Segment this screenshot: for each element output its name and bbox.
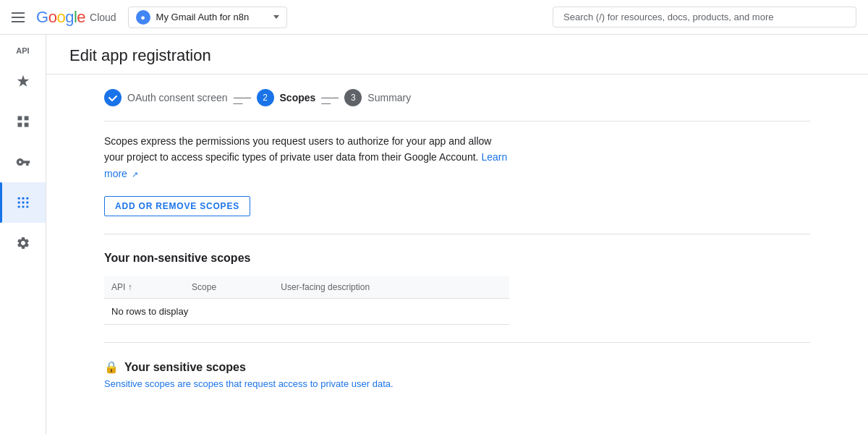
main-layout: API Edit app registration	[0, 35, 868, 434]
svg-rect-3	[24, 123, 28, 127]
sensitive-scopes-section: 🔒 Your sensitive scopes Sensitive scopes…	[104, 360, 509, 389]
no-rows-message: No rows to display	[104, 299, 509, 325]
step-2-label: Scopes	[280, 92, 316, 103]
table-divider	[104, 342, 810, 343]
chevron-down-icon	[273, 15, 279, 19]
hamburger-menu[interactable]	[12, 12, 25, 22]
project-selector[interactable]: ● My Gmail Auth for n8n	[128, 7, 287, 28]
top-header: Google Cloud ● My Gmail Auth for n8n Sea…	[0, 0, 868, 35]
sidebar-item-settings[interactable]	[0, 223, 46, 263]
grid-icon	[16, 114, 30, 129]
step-1-label: OAuth consent screen	[127, 92, 228, 103]
non-sensitive-title: Your non-sensitive scopes	[104, 252, 509, 265]
step-3-label: Summary	[367, 92, 411, 103]
svg-point-5	[22, 197, 24, 200]
sidebar-item-dashboard[interactable]	[0, 61, 46, 101]
table-header-row: API ↑ Scope User-facing description	[104, 276, 509, 299]
dots-grid-icon	[16, 195, 30, 210]
key-icon	[16, 155, 30, 169]
google-cloud-logo[interactable]: Google Cloud	[36, 8, 116, 27]
svg-rect-0	[17, 116, 22, 121]
step-separator-2: —	[321, 98, 339, 98]
non-sensitive-scopes-section: Your non-sensitive scopes API ↑ Scope Us…	[104, 252, 509, 325]
sensitive-title-text: Your sensitive scopes	[124, 361, 246, 374]
step-separator-1: —	[234, 98, 251, 98]
step-scopes: 2 Scopes	[257, 89, 316, 106]
sensitive-title-container: 🔒 Your sensitive scopes	[104, 360, 509, 374]
step-2-number: 2	[257, 89, 274, 106]
sort-arrow-icon: ↑	[128, 282, 132, 292]
project-icon: ●	[136, 10, 150, 25]
active-indicator	[0, 182, 2, 223]
non-sensitive-table: API ↑ Scope User-facing description No r…	[104, 276, 509, 325]
stepper: OAuth consent screen — 2 Scopes — 3 Summ…	[46, 75, 868, 121]
step-3-number: 3	[344, 89, 362, 106]
content-divider	[104, 234, 810, 234]
cloud-label: Cloud	[90, 12, 116, 23]
step-1-check-icon	[104, 89, 122, 106]
main-content: Edit app registration OAuth consent scre…	[46, 35, 868, 434]
sidebar-item-oauth[interactable]	[0, 182, 46, 223]
svg-point-4	[17, 197, 20, 200]
description-column-header: User-facing description	[273, 276, 509, 299]
sidebar: API	[0, 35, 46, 434]
sensitive-subtitle: Sensitive scopes are scopes that request…	[104, 378, 509, 389]
svg-point-6	[26, 197, 28, 200]
step-oauth-consent: OAuth consent screen	[104, 89, 228, 106]
svg-point-8	[22, 201, 24, 203]
svg-point-9	[26, 201, 28, 203]
svg-rect-1	[24, 116, 28, 121]
step-summary: 3 Summary	[344, 89, 411, 106]
scope-description: Scopes express the permissions you reque…	[104, 122, 509, 196]
scope-column-header: Scope	[184, 276, 273, 299]
page-title-bar: Edit app registration	[46, 35, 868, 75]
api-badge: API	[0, 41, 46, 61]
page-title: Edit app registration	[69, 46, 845, 65]
add-scopes-button[interactable]: ADD OR REMOVE SCOPES	[104, 196, 250, 216]
lock-icon: 🔒	[104, 360, 119, 374]
api-column-header[interactable]: API ↑	[104, 276, 184, 299]
external-link-icon: ↗	[132, 170, 138, 179]
sparkle-icon	[16, 74, 30, 88]
content-area: Scopes express the permissions you reque…	[46, 122, 868, 389]
sidebar-item-credentials[interactable]	[0, 142, 46, 182]
settings-icon	[16, 236, 30, 250]
svg-point-7	[17, 201, 20, 203]
search-bar[interactable]: Search (/) for resources, docs, products…	[553, 7, 856, 27]
table-empty-row: No rows to display	[104, 299, 509, 325]
svg-point-12	[26, 205, 28, 208]
svg-rect-2	[17, 123, 22, 127]
sidebar-item-services[interactable]	[0, 101, 46, 142]
svg-point-10	[17, 205, 20, 208]
svg-point-11	[22, 205, 24, 208]
description-text: Scopes express the permissions you reque…	[104, 135, 491, 163]
project-name: My Gmail Auth for n8n	[156, 12, 268, 22]
search-placeholder-text: Search (/) for resources, docs, products…	[563, 12, 773, 22]
